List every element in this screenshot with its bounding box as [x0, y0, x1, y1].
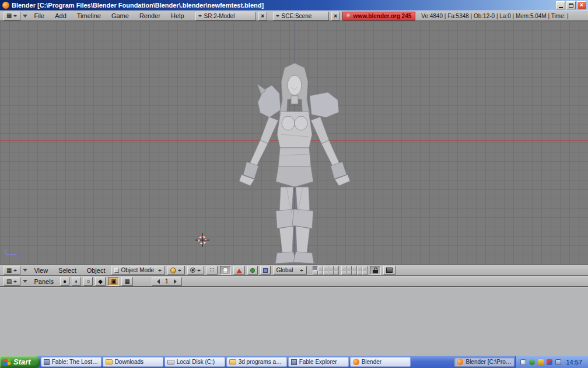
menu-timeline[interactable]: Timeline — [73, 12, 105, 19]
layer-button[interactable] — [362, 266, 368, 270]
update-icon[interactable] — [538, 359, 544, 365]
model-right-upper-arm — [311, 117, 329, 144]
taskbar-clock: 14:57 — [566, 359, 582, 366]
blender-version-badge[interactable]: www.blender.org 245 — [342, 12, 416, 20]
layer-button[interactable] — [313, 270, 318, 275]
taskbar-item-fable-game[interactable]: Fable: The Lost Chap... — [41, 357, 102, 367]
editor-type-button[interactable]: ▤ — [4, 277, 20, 286]
volume-icon[interactable] — [520, 359, 526, 365]
pivot-point-icon — [190, 268, 195, 273]
layer-button[interactable] — [352, 270, 357, 275]
editing-icon: ▣ — [111, 279, 116, 284]
rotate-manipulator-button[interactable] — [247, 266, 258, 275]
layer-button[interactable] — [318, 266, 323, 270]
menu-collapse-icon[interactable] — [23, 15, 27, 20]
maximize-button[interactable] — [566, 1, 576, 9]
menu-view[interactable]: View — [30, 267, 52, 274]
model-face — [288, 75, 302, 95]
scene-delete-button[interactable]: × — [331, 12, 340, 20]
editor-type-button[interactable]: ▦ — [4, 12, 20, 20]
lock-layers-button[interactable] — [370, 266, 381, 275]
layer-button[interactable] — [352, 266, 357, 270]
datablock-browse-icon — [198, 13, 202, 19]
folder-icon — [106, 359, 113, 364]
menu-help[interactable]: Help — [167, 12, 188, 19]
layer-button[interactable] — [323, 266, 328, 270]
maximize-icon — [569, 4, 573, 8]
model-left-foot — [275, 252, 296, 263]
transform-orientation-selector[interactable]: Global — [273, 266, 307, 275]
frame-value[interactable]: 1 — [162, 278, 172, 284]
shading-context-button[interactable]: ○ — [83, 277, 93, 286]
menu-object[interactable]: Object — [83, 267, 110, 274]
layer-button[interactable] — [357, 270, 362, 275]
taskbar-item-blender-active[interactable]: Blender [C:\Program ... — [454, 357, 514, 367]
menu-render[interactable]: Render — [135, 12, 164, 19]
menu-add[interactable]: Add — [51, 12, 71, 19]
layer-button[interactable] — [346, 270, 352, 275]
viewport-canvas[interactable]: x — [0, 21, 588, 265]
start-button[interactable]: Start — [0, 356, 40, 368]
menu-select[interactable]: Select — [54, 267, 80, 274]
menu-collapse-icon[interactable] — [23, 269, 27, 274]
mode-selector[interactable]: Object Mode — [111, 266, 165, 275]
windows-flag-icon — [4, 358, 10, 366]
scene-selector[interactable]: SCE:Scene — [273, 12, 329, 20]
layer-buttons-group-2 — [341, 266, 368, 275]
taskbar-item-blender[interactable]: Blender — [350, 357, 411, 367]
frame-increment-icon[interactable] — [174, 279, 179, 284]
frame-decrement-icon[interactable] — [155, 279, 160, 284]
panels-menu[interactable]: Panels — [30, 278, 58, 285]
editor-type-button[interactable]: ▦ — [4, 266, 20, 275]
system-tray: 14:57 — [515, 356, 588, 368]
layer-button[interactable] — [334, 266, 339, 270]
shield-icon[interactable] — [529, 359, 535, 365]
logic-icon: ● — [63, 279, 66, 284]
layer-button[interactable] — [362, 270, 368, 275]
layer-button[interactable] — [318, 270, 323, 275]
close-button[interactable]: × — [577, 1, 586, 9]
scale-manipulator-button[interactable] — [260, 266, 271, 275]
taskbar-item-local-disk[interactable]: Local Disk (C:) — [164, 357, 225, 367]
layer-button[interactable] — [346, 266, 352, 270]
render-preview-button[interactable] — [383, 266, 396, 275]
taskbar-item-fable-explorer[interactable]: Fable Explorer — [288, 357, 349, 367]
layer-button[interactable] — [334, 270, 339, 275]
screen-delete-button[interactable]: × — [258, 12, 267, 20]
layer-button[interactable] — [313, 266, 318, 270]
object-context-button[interactable]: ◆ — [95, 277, 106, 286]
screen-selector[interactable]: SR:2-Model — [195, 12, 256, 20]
dropdown-arrows-icon — [158, 268, 162, 273]
color-profile-icon[interactable] — [547, 359, 552, 365]
layer-button[interactable] — [328, 270, 334, 275]
manipulator-toggle-button[interactable] — [220, 266, 231, 275]
taskbar-item-3d-programs[interactable]: 3d programs and mods — [226, 357, 287, 367]
dropdown-arrows-icon — [13, 13, 18, 19]
snap-button[interactable] — [206, 266, 218, 275]
window-titlebar[interactable]: Blender [C:\Program Files\Blender Founda… — [0, 0, 588, 11]
layer-button[interactable] — [341, 266, 346, 270]
solid-drawtype-icon — [170, 268, 176, 273]
editing-context-button[interactable]: ▣ — [108, 277, 119, 286]
menu-file[interactable]: File — [30, 12, 48, 19]
translate-manipulator-button[interactable] — [233, 266, 245, 275]
axis-label: x — [18, 252, 21, 258]
network-icon[interactable] — [555, 359, 561, 365]
logic-context-button[interactable]: ● — [60, 277, 69, 286]
layer-button[interactable] — [328, 266, 334, 270]
3d-viewport[interactable]: x — [0, 21, 588, 265]
script-context-button[interactable]: ◐ — [72, 277, 81, 286]
buttons-panel-area[interactable] — [0, 287, 588, 356]
draw-type-selector[interactable] — [167, 266, 185, 275]
layer-button[interactable] — [323, 270, 328, 275]
scene-context-button[interactable]: ▦ — [121, 277, 132, 286]
taskbar-item-downloads[interactable]: Downloads — [103, 357, 163, 367]
minimize-button[interactable] — [556, 1, 565, 9]
layer-button[interactable] — [357, 266, 362, 270]
menu-collapse-icon[interactable] — [23, 280, 27, 285]
pivot-selector[interactable] — [187, 266, 204, 275]
layer-button[interactable] — [341, 270, 346, 275]
frame-number-field[interactable]: 1 — [152, 277, 182, 286]
app-icon — [291, 359, 297, 365]
menu-game[interactable]: Game — [107, 12, 133, 19]
